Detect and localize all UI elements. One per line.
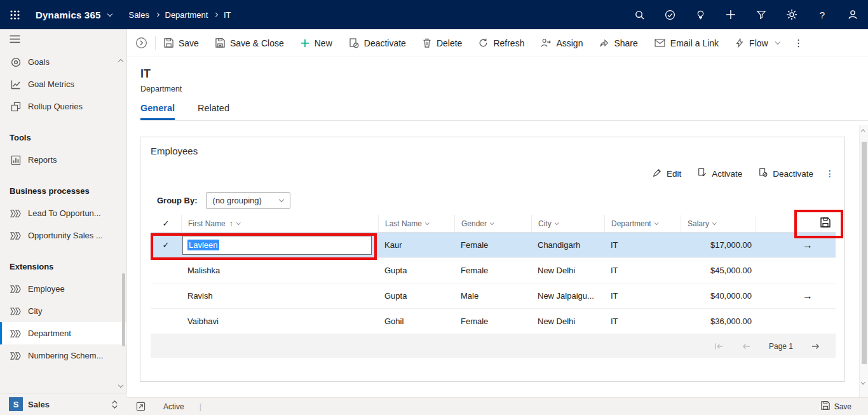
cell-salary[interactable]: $45,000.00 <box>681 258 756 283</box>
area-switcher-chevrons-icon[interactable] <box>111 400 118 409</box>
open-record-arrow-icon[interactable]: → <box>803 290 813 302</box>
breadcrumb-it[interactable]: IT <box>224 10 231 20</box>
sidebar-item-opportunity-sales[interactable]: Opportunity Sales ... <box>0 224 126 247</box>
grid-row-malishka[interactable]: Malishka Gupta Female New Delhi IT $45,0… <box>151 258 836 283</box>
column-header-salary[interactable]: Salary <box>681 215 756 232</box>
column-header-last-name[interactable]: Last Name <box>378 215 454 232</box>
save-and-close-button[interactable]: Save & Close <box>207 29 292 57</box>
cell-salary[interactable]: $40,000.00 <box>681 283 756 308</box>
sidebar-item-employee[interactable]: Employee <box>0 278 126 300</box>
cell-department[interactable]: IT <box>604 233 681 257</box>
scrollbar-thumb[interactable] <box>862 142 867 364</box>
cell-first-name[interactable]: Vaibhavi <box>181 309 378 334</box>
scroll-up-icon[interactable] <box>861 130 865 133</box>
sidebar-item-reports[interactable]: Reports <box>0 149 126 171</box>
column-header-first-name[interactable]: First Name ↑ <box>181 215 378 232</box>
first-page-icon[interactable] <box>714 343 724 350</box>
column-header-gender[interactable]: Gender <box>454 215 531 232</box>
cell-city[interactable]: Chandigarh <box>531 233 604 257</box>
sidebar-item-department[interactable]: Department <box>0 322 126 344</box>
search-icon[interactable] <box>624 0 654 29</box>
grid-row-lavleen[interactable]: ✓ Lavleen Kaur Female Chandigarh IT $17,… <box>151 233 836 258</box>
cell-gender[interactable]: Male <box>454 283 531 308</box>
deactivate-button[interactable]: Deactivate <box>341 29 414 57</box>
person-icon[interactable] <box>837 0 868 29</box>
row-select-cell[interactable] <box>151 309 181 334</box>
cell-gender[interactable]: Female <box>454 233 531 257</box>
save-record-icon[interactable] <box>820 217 831 229</box>
collapse-pane-button[interactable] <box>127 29 155 57</box>
grid-row-vaibhavi[interactable]: Vaibhavi Gohil Female New Delhi IT $36,0… <box>151 309 836 334</box>
sidebar-scrollbar-thumb[interactable] <box>122 273 125 346</box>
sidebar-item-goals[interactable]: Goals <box>0 51 126 73</box>
group-by-dropdown[interactable]: (no grouping) <box>206 192 290 209</box>
new-button[interactable]: New <box>292 29 341 57</box>
activate-button[interactable]: Activate <box>689 164 750 183</box>
previous-page-icon[interactable] <box>742 343 751 350</box>
cell-gender[interactable]: Female <box>454 258 531 283</box>
cell-last-name[interactable]: Gupta <box>378 283 454 308</box>
sidebar-item-goal-metrics[interactable]: Goal Metrics <box>0 73 126 95</box>
email-a-link-label: Email a Link <box>670 38 719 48</box>
column-header-city[interactable]: City <box>531 215 604 232</box>
cell-first-name[interactable]: Ravish <box>181 283 378 308</box>
cell-salary[interactable]: $36,000.00 <box>681 309 756 334</box>
subgrid-more-commands-button[interactable]: ⋮ <box>822 168 838 179</box>
funnel-icon[interactable] <box>746 0 776 29</box>
lightbulb-icon[interactable] <box>685 0 715 29</box>
cell-first-name[interactable]: Malishka <box>181 258 378 283</box>
row-select-cell[interactable]: ✓ <box>151 233 181 257</box>
area-switcher-bar[interactable]: S Sales <box>0 393 127 415</box>
assign-button[interactable]: Assign <box>532 29 591 57</box>
first-name-edit-input[interactable]: Lavleen <box>182 236 372 255</box>
app-launcher-waffle-icon[interactable] <box>0 0 29 29</box>
cell-department[interactable]: IT <box>604 258 681 283</box>
email-a-link-button[interactable]: Email a Link <box>646 29 727 57</box>
cell-gender[interactable]: Female <box>454 309 531 334</box>
cell-last-name[interactable]: Gupta <box>378 258 454 283</box>
sidebar-item-numbering-scheme[interactable]: Numbering Schem... <box>0 344 126 367</box>
cell-city[interactable]: New Jalpaigu... <box>531 283 604 308</box>
sidebar-item-city[interactable]: City <box>0 300 126 322</box>
form-switcher-icon[interactable] <box>136 402 146 411</box>
column-header-department[interactable]: Department <box>604 215 681 232</box>
next-page-icon[interactable] <box>811 343 820 350</box>
hamburger-menu-icon[interactable] <box>10 34 20 46</box>
save-button[interactable]: Save <box>156 29 207 57</box>
row-select-cell[interactable] <box>151 283 181 308</box>
cell-department[interactable]: IT <box>604 283 681 308</box>
cell-city[interactable]: New Delhi <box>531 309 604 334</box>
cell-salary[interactable]: $17,000.00 <box>681 233 756 257</box>
app-title[interactable]: Dynamics 365 <box>36 10 100 20</box>
open-record-arrow-icon[interactable]: → <box>803 240 813 251</box>
scroll-down-icon[interactable] <box>861 380 865 384</box>
sidebar-item-rollup-queries[interactable]: Rollup Queries <box>0 95 126 118</box>
select-all-checkmark[interactable]: ✓ <box>151 215 181 232</box>
refresh-button[interactable]: Refresh <box>470 29 532 57</box>
edit-button[interactable]: Edit <box>644 165 689 183</box>
check-circle-icon[interactable] <box>654 0 685 29</box>
share-button[interactable]: Share <box>591 29 646 57</box>
cell-last-name[interactable]: Gohil <box>378 309 454 334</box>
sidebar-item-lead-to-opportunity[interactable]: Lead To Opportun... <box>0 202 126 224</box>
help-icon[interactable]: ? <box>807 0 837 29</box>
main-vertical-scrollbar[interactable] <box>859 125 868 397</box>
breadcrumb-sales[interactable]: Sales <box>128 10 149 20</box>
row-select-cell[interactable] <box>151 258 181 283</box>
area-badge: S <box>9 397 23 411</box>
cell-department[interactable]: IT <box>604 309 681 334</box>
more-commands-button[interactable]: ⋮ <box>788 29 810 57</box>
breadcrumb-department[interactable]: Department <box>165 10 208 20</box>
tab-related[interactable]: Related <box>198 103 229 120</box>
grid-row-ravish[interactable]: Ravish Gupta Male New Jalpaigu... IT $40… <box>151 283 836 309</box>
cell-city[interactable]: New Delhi <box>531 258 604 283</box>
delete-button[interactable]: Delete <box>414 29 470 57</box>
plus-icon[interactable] <box>715 0 746 29</box>
app-title-chevron-down-icon[interactable] <box>107 11 112 16</box>
tab-general[interactable]: General <box>140 103 175 120</box>
statusbar-save-button[interactable]: Save <box>821 401 851 412</box>
deactivate-button-subgrid[interactable]: Deactivate <box>750 164 822 183</box>
gear-icon[interactable] <box>776 0 807 29</box>
flow-button[interactable]: Flow <box>727 29 788 57</box>
cell-last-name[interactable]: Kaur <box>378 233 454 257</box>
